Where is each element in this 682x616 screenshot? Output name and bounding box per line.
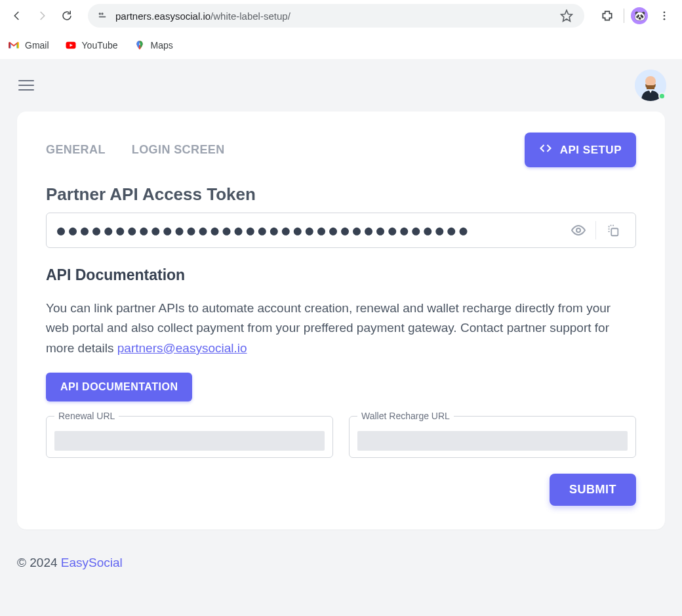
- profile-menu[interactable]: [635, 70, 666, 101]
- bookmark-label: YouTube: [82, 40, 118, 51]
- token-field: ●●●●●●●●●●●●●●●●●●●●●●●●●●●●●●●●●●●: [46, 213, 636, 248]
- svg-point-13: [576, 228, 580, 232]
- svg-rect-14: [611, 228, 618, 236]
- renewal-url-label: Renewal URL: [54, 411, 119, 421]
- tab-api-setup[interactable]: API SETUP: [525, 133, 636, 167]
- submit-button[interactable]: SUBMIT: [550, 474, 636, 506]
- menu-toggle-button[interactable]: [16, 75, 37, 96]
- wallet-url-label: Wallet Recharge URL: [357, 411, 454, 421]
- footer: © 2024 EasySocial: [0, 529, 682, 570]
- maps-icon: [134, 39, 146, 51]
- forward-button[interactable]: [33, 7, 51, 25]
- divider: [595, 221, 596, 239]
- bookmark-star-icon[interactable]: [557, 6, 576, 26]
- support-email-link[interactable]: partners@easysocial.io: [117, 341, 247, 355]
- reveal-token-button[interactable]: [567, 218, 590, 242]
- gmail-icon: [8, 39, 20, 51]
- bookmarks-bar: Gmail YouTube Maps: [0, 31, 682, 59]
- bookmark-gmail[interactable]: Gmail: [8, 39, 49, 51]
- app-root: GENERAL LOGIN SCREEN API SETUP Partner A…: [0, 59, 682, 616]
- address-bar[interactable]: partners.easysocial.io/white-label-setup…: [88, 4, 584, 28]
- bookmark-maps[interactable]: Maps: [134, 39, 173, 51]
- reload-button[interactable]: [58, 7, 76, 25]
- bookmark-youtube[interactable]: YouTube: [65, 39, 118, 51]
- svg-point-5: [664, 15, 666, 17]
- settings-card: GENERAL LOGIN SCREEN API SETUP Partner A…: [17, 112, 665, 529]
- extensions-icon[interactable]: [597, 6, 617, 26]
- svg-rect-12: [647, 85, 654, 89]
- doc-title: API Documentation: [46, 266, 636, 284]
- url-text: partners.easysocial.io/white-label-setup…: [115, 10, 550, 22]
- api-documentation-button[interactable]: API DOCUMENTATION: [46, 373, 192, 401]
- svg-point-4: [664, 11, 666, 13]
- youtube-icon: [65, 39, 77, 51]
- renewal-url-input[interactable]: [54, 431, 325, 451]
- tab-login-screen[interactable]: LOGIN SCREEN: [132, 139, 225, 161]
- renewal-url-field: Renewal URL: [46, 416, 333, 458]
- svg-point-0: [99, 13, 100, 14]
- svg-rect-2: [99, 16, 106, 18]
- bookmark-label: Maps: [151, 40, 173, 51]
- browser-profile-avatar[interactable]: 🐼: [631, 7, 648, 24]
- wallet-url-field: Wallet Recharge URL: [349, 416, 636, 458]
- back-button[interactable]: [8, 7, 26, 25]
- tabs-row: GENERAL LOGIN SCREEN API SETUP: [46, 133, 636, 167]
- app-header: [0, 59, 682, 112]
- site-info-icon[interactable]: [96, 9, 109, 22]
- status-online-indicator: [658, 92, 666, 100]
- wallet-url-input[interactable]: [357, 431, 628, 451]
- token-title: Partner API Access Token: [46, 184, 636, 205]
- bookmark-label: Gmail: [25, 40, 49, 51]
- toolbar-divider: [624, 9, 624, 23]
- doc-description: You can link partner APIs to automate ac…: [46, 298, 636, 358]
- copy-token-button[interactable]: [601, 218, 625, 242]
- browser-menu-icon[interactable]: [654, 6, 674, 26]
- svg-point-6: [664, 18, 666, 20]
- token-masked-value: ●●●●●●●●●●●●●●●●●●●●●●●●●●●●●●●●●●●: [57, 222, 561, 238]
- svg-point-1: [102, 13, 103, 14]
- svg-marker-3: [561, 10, 572, 22]
- brand-link[interactable]: EasySocial: [61, 556, 123, 569]
- copyright-text: © 2024: [17, 556, 61, 569]
- url-fields: Renewal URL Wallet Recharge URL: [46, 416, 636, 458]
- api-setup-label: API SETUP: [560, 144, 622, 157]
- browser-toolbar: partners.easysocial.io/white-label-setup…: [0, 0, 682, 31]
- code-icon: [539, 142, 552, 158]
- tab-general[interactable]: GENERAL: [46, 139, 106, 161]
